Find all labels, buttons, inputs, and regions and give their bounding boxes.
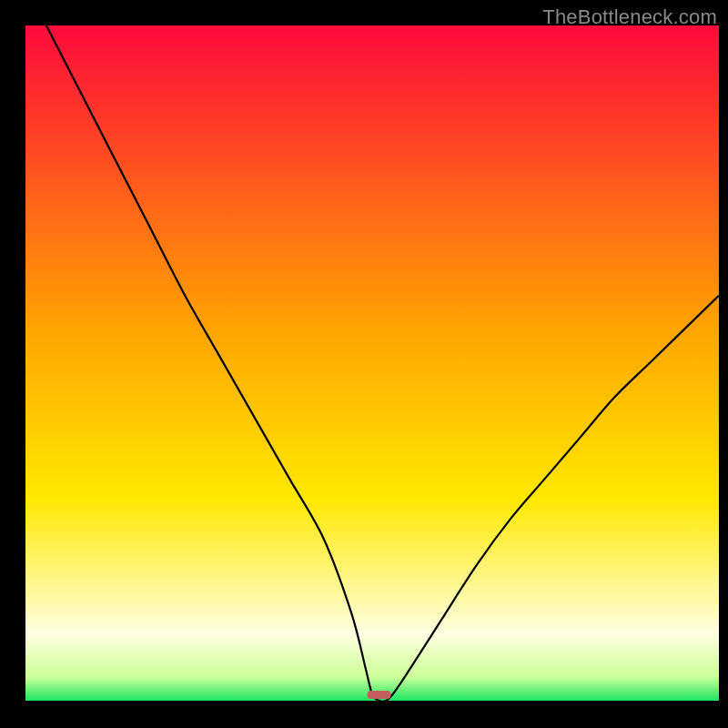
bottleneck-chart-svg — [25, 25, 719, 701]
optimum-marker — [368, 691, 391, 699]
chart-area — [25, 25, 719, 701]
gradient-background — [25, 25, 719, 701]
attribution-label: TheBottleneck.com — [542, 5, 717, 29]
